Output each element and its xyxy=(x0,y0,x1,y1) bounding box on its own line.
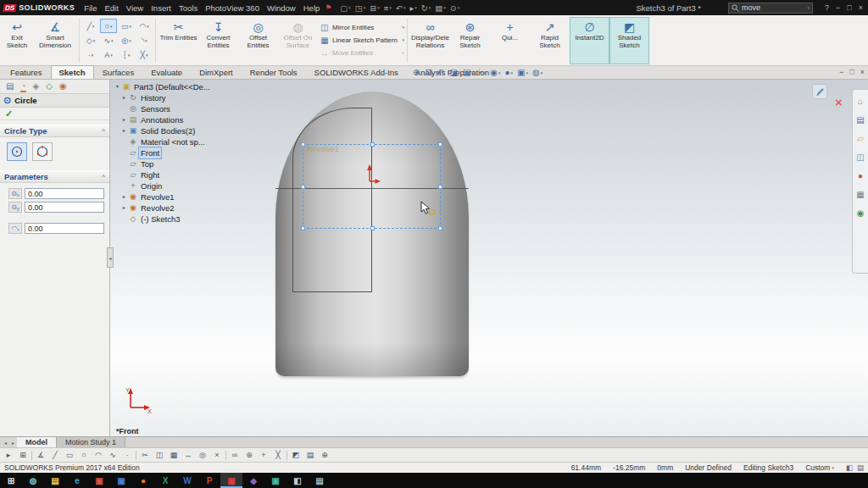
toolbar-button[interactable] xyxy=(31,451,32,460)
dock-tab[interactable]: Motion Study 1 xyxy=(57,437,125,447)
toolbar-button[interactable]: ▤ xyxy=(304,451,316,459)
quick-access-button[interactable]: ⊙▾ xyxy=(450,3,459,13)
menu-item[interactable]: PhotoView 360 xyxy=(205,3,259,13)
toolbar-button[interactable]: ⊕ xyxy=(319,451,331,459)
headsup-button[interactable]: ⊡ xyxy=(425,68,432,77)
confirmation-corner-exit-sketch[interactable] xyxy=(812,84,827,99)
ribbon-button[interactable]: ◎ Offset Entities xyxy=(238,17,278,64)
confirmation-corner-cancel-icon[interactable]: × xyxy=(835,97,843,108)
feature-tree-item[interactable]: ◈ Material <not sp... xyxy=(120,136,213,147)
quick-access-button[interactable]: ↻▾ xyxy=(421,3,431,13)
expand-arrow-icon[interactable]: ▸ xyxy=(120,191,128,202)
exit-sketch-button[interactable]: ↩ Exit Sketch xyxy=(2,17,32,64)
selection-handle[interactable] xyxy=(370,226,375,230)
taskbar-app-icon[interactable]: ◍ xyxy=(22,473,44,488)
toolbar-button[interactable]: ⊞ xyxy=(17,451,29,459)
expand-arrow-icon[interactable]: ▾ xyxy=(114,81,121,92)
task-pane-tab[interactable]: ● xyxy=(858,171,863,180)
task-pane-tab[interactable]: ▦ xyxy=(856,190,864,199)
ribbon-button[interactable]: ↗ Rapid Sketch xyxy=(530,17,570,64)
ribbon-button[interactable]: ◫ Mirror Entities ▾ xyxy=(320,21,404,33)
command-tab[interactable]: Sketch xyxy=(51,65,94,79)
document-window-button[interactable]: × xyxy=(860,68,865,76)
menu-item[interactable]: Window xyxy=(267,3,296,13)
search-dropdown-icon[interactable]: ▾ xyxy=(808,5,810,10)
ok-button[interactable]: ✓ xyxy=(5,108,13,119)
tab-scroll-left[interactable]: ◂ xyxy=(2,437,9,447)
pin-icon[interactable]: ⚑ xyxy=(325,3,331,12)
toolbar-button[interactable]: ∞ xyxy=(229,451,241,459)
menu-item[interactable]: Edit xyxy=(104,3,118,13)
taskbar-app-icon[interactable]: ▤ xyxy=(44,473,66,488)
tab-scroll-right[interactable]: ▸ xyxy=(9,437,17,447)
expand-arrow-icon[interactable]: ▸ xyxy=(120,114,128,125)
parameter-input[interactable]: 0.00 xyxy=(25,223,104,234)
sketch-entity-button[interactable]: ◎▾ xyxy=(118,33,135,47)
menu-item[interactable]: Tools xyxy=(179,3,198,13)
feature-tree-item[interactable]: ▱ Top xyxy=(120,158,213,169)
toolbar-button[interactable]: ∿ xyxy=(107,451,119,459)
expand-arrow-icon[interactable]: ▸ xyxy=(120,92,128,103)
ribbon-button[interactable]: ⊛ Repair Sketch xyxy=(450,17,490,64)
manager-panel-tab[interactable]: ▤ xyxy=(6,81,14,92)
sketch-entity-button[interactable]: ○▾ xyxy=(100,19,117,33)
manager-panel-tab[interactable]: ◔ xyxy=(20,81,25,92)
quick-access-button[interactable]: ◳▾ xyxy=(355,3,366,13)
headsup-button[interactable]: ▣▾ xyxy=(517,68,528,77)
ribbon-button[interactable]: ▦ Linear Sketch Pattern ▾ xyxy=(320,34,404,46)
sketch-entity-button[interactable]: ◝▾ xyxy=(136,33,153,47)
toolbar-button[interactable]: ◠ xyxy=(92,451,104,459)
document-window-button[interactable]: − xyxy=(839,68,843,76)
headsup-button[interactable]: ▤▾ xyxy=(463,68,474,77)
sketch-entity-button[interactable]: ╳▾ xyxy=(136,47,153,62)
document-window-button[interactable]: □ xyxy=(849,68,854,76)
selection-handle[interactable] xyxy=(438,185,442,189)
graphics-area[interactable]: Revolve1 Y X *Front xyxy=(0,80,868,436)
task-pane-tab[interactable]: ▱ xyxy=(857,134,864,143)
headsup-button[interactable]: ◔▾ xyxy=(478,68,487,77)
parameters-section-header[interactable]: Parameters ^ xyxy=(0,170,109,183)
task-pane-tab[interactable]: ⌂ xyxy=(858,97,863,106)
taskbar-app-icon[interactable]: ▣ xyxy=(264,473,287,488)
command-tab[interactable]: Evaluate xyxy=(142,65,191,79)
headsup-button[interactable]: ●▾ xyxy=(504,68,513,77)
status-icon[interactable]: ▤ xyxy=(857,463,864,472)
taskbar-app-icon[interactable]: ◧ xyxy=(287,473,309,488)
menu-item[interactable]: View xyxy=(126,3,143,13)
ribbon-button[interactable]: + Qui... xyxy=(490,17,530,64)
menu-item[interactable]: Insert xyxy=(151,3,171,13)
toolbar-button[interactable] xyxy=(287,451,287,460)
sketch-entity-button[interactable]: A▾ xyxy=(100,47,117,62)
quick-access-button[interactable]: ▸▾ xyxy=(409,3,416,13)
status-icon[interactable]: ◧ xyxy=(846,463,853,472)
sketch-entity-button[interactable]: ┆▾ xyxy=(118,47,135,62)
toolbar-button[interactable]: ◫ xyxy=(153,451,165,459)
panel-collapse-handle[interactable]: ◂ xyxy=(107,247,114,268)
toolbar-button[interactable]: ↔ xyxy=(182,451,194,459)
toolbar-button[interactable] xyxy=(136,451,136,460)
manager-panel-tab[interactable]: ◉ xyxy=(59,81,67,92)
toolbar-button[interactable]: ╱ xyxy=(49,451,61,459)
expand-arrow-icon[interactable]: ▸ xyxy=(120,202,128,214)
toolbar-button[interactable]: ◩ xyxy=(290,451,302,459)
feature-tree-item[interactable]: ◇ (-) Sketch3 xyxy=(120,214,213,225)
task-pane-tab[interactable]: ◫ xyxy=(856,152,864,162)
circle-type-center-option[interactable] xyxy=(7,142,27,161)
ribbon-button[interactable]: ↧ Convert Entities xyxy=(198,17,238,64)
circle-type-section-header[interactable]: Circle Type ^ xyxy=(0,125,109,137)
feature-tree-item[interactable]: ▱ Front xyxy=(120,147,213,158)
unit-system-dropdown[interactable]: Custom ▾ xyxy=(805,463,834,472)
toolbar-button[interactable]: ⊛ xyxy=(243,451,255,459)
feature-tree-item[interactable]: ▱ Right xyxy=(120,169,213,180)
collapse-chevron-icon[interactable]: ^ xyxy=(102,173,105,180)
manager-panel-tab[interactable]: ◈ xyxy=(33,81,40,92)
selection-handle[interactable] xyxy=(438,226,442,230)
command-search[interactable]: move ▾ xyxy=(728,3,813,14)
ribbon-button[interactable]: ✂ Trim Entities xyxy=(159,17,198,64)
command-tab[interactable]: Features xyxy=(2,65,51,79)
ribbon-button[interactable]: ↔ Move Entities ▾ xyxy=(320,47,404,58)
quick-access-button[interactable]: ↶▾ xyxy=(396,3,405,13)
quick-access-button[interactable]: ≡▾ xyxy=(384,3,392,13)
toolbar-button[interactable]: + xyxy=(258,451,270,459)
taskbar-app-icon[interactable]: ◆ xyxy=(242,473,264,488)
